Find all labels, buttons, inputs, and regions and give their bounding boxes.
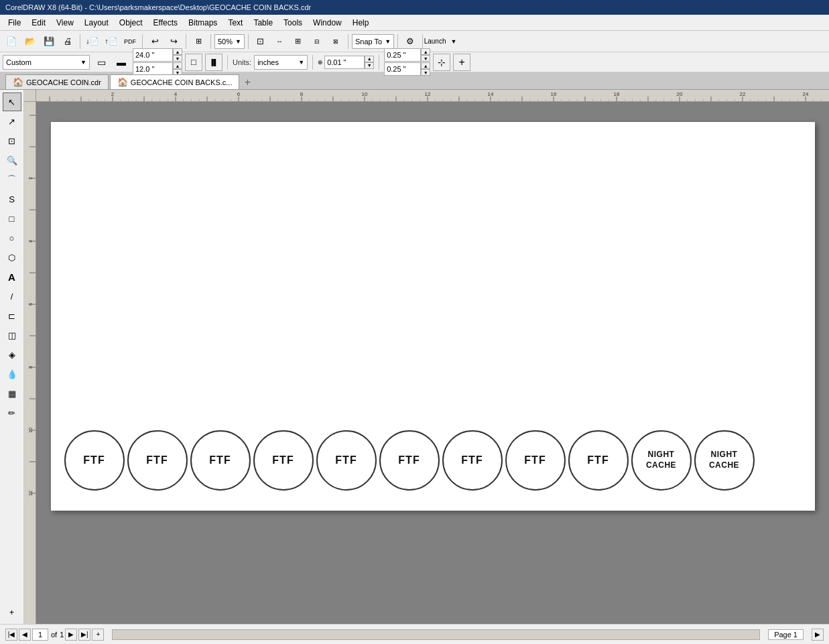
add-page-icon-button[interactable]: + bbox=[453, 54, 470, 71]
document-page[interactable]: FTFFTFFTFFTFFTFFTFFTFFTFFTFNIGHT CACHENI… bbox=[51, 122, 815, 511]
menu-file[interactable]: File bbox=[3, 17, 26, 29]
coin-4[interactable]: FTF bbox=[316, 430, 377, 491]
nudge-input-group: ▲ ▼ bbox=[324, 56, 374, 69]
freehand-pick-tool[interactable]: ↗ bbox=[3, 112, 21, 131]
nudge-input[interactable] bbox=[324, 56, 365, 69]
fill-tool[interactable]: ▦ bbox=[3, 384, 21, 403]
menu-help[interactable]: Help bbox=[347, 17, 375, 29]
dimension-tool[interactable]: / bbox=[3, 287, 21, 306]
smart-fill-tool[interactable]: ✏ bbox=[3, 403, 21, 422]
add-tab-button[interactable]: + bbox=[241, 76, 254, 89]
snap-y-input[interactable] bbox=[384, 62, 421, 76]
coin-3[interactable]: FTF bbox=[253, 430, 314, 491]
portrait-button[interactable]: ▭ bbox=[92, 54, 110, 71]
rectangle-tool[interactable]: □ bbox=[3, 209, 21, 228]
tab-geocache-coin-backs[interactable]: 🏠 GEOCACHE COIN BACKS.c... bbox=[110, 74, 240, 89]
menu-layout[interactable]: Layout bbox=[79, 17, 114, 29]
select-tool[interactable]: ↖ bbox=[3, 92, 21, 111]
snap-dropdown[interactable]: Snap To ▼ bbox=[352, 34, 394, 49]
add-page-status-button[interactable]: + bbox=[92, 629, 104, 641]
menu-table[interactable]: Table bbox=[248, 17, 278, 29]
view-guidelines-button[interactable]: ⊠ bbox=[327, 33, 344, 50]
zoom-tool[interactable]: 🔍 bbox=[3, 151, 21, 170]
new-button[interactable]: 📄 bbox=[3, 33, 20, 50]
horizontal-scrollbar[interactable] bbox=[112, 629, 760, 640]
select-all-button[interactable]: ⊹ bbox=[433, 54, 450, 71]
coin-6[interactable]: FTF bbox=[442, 430, 503, 491]
eyedropper-tool[interactable]: 💧 bbox=[3, 365, 21, 383]
polygon-tool[interactable]: ⬡ bbox=[3, 248, 21, 267]
units-dropdown[interactable]: inches ▼ bbox=[254, 55, 308, 70]
curve-tool[interactable]: ⌒ bbox=[3, 170, 21, 189]
prev-page-button[interactable]: ◀ bbox=[19, 629, 31, 641]
shadow-tool[interactable]: ◫ bbox=[3, 326, 21, 344]
snap-x-input[interactable] bbox=[384, 48, 421, 62]
export-button[interactable]: ↑📄 bbox=[103, 33, 120, 50]
property-bar: Custom ▼ ▭ ▬ ▲ ▼ ▲ ▼ □ ▐▌ Units: inches … bbox=[0, 52, 829, 72]
next-page-button[interactable]: ▶ bbox=[65, 629, 77, 641]
height-up[interactable]: ▲ bbox=[173, 62, 182, 69]
nudge-up[interactable]: ▲ bbox=[365, 56, 374, 62]
coin-1[interactable]: FTF bbox=[127, 430, 188, 491]
snap-x-up[interactable]: ▲ bbox=[421, 48, 430, 55]
options-button[interactable]: ⚙ bbox=[401, 33, 419, 50]
crop-tool[interactable]: ⊡ bbox=[3, 131, 21, 150]
launch-button[interactable]: Launch bbox=[426, 33, 444, 50]
menu-window[interactable]: Window bbox=[308, 17, 347, 29]
menu-edit[interactable]: Edit bbox=[26, 17, 51, 29]
zoom-dropdown[interactable]: 50% ▼ bbox=[214, 34, 245, 49]
height-input[interactable] bbox=[133, 62, 173, 76]
last-page-button[interactable]: ▶| bbox=[78, 629, 90, 641]
coin-8[interactable]: FTF bbox=[568, 430, 629, 491]
width-up[interactable]: ▲ bbox=[173, 48, 182, 55]
undo-button[interactable]: ↩ bbox=[146, 33, 164, 50]
launch-dropdown[interactable]: ▼ bbox=[445, 33, 462, 50]
snap-y-down[interactable]: ▼ bbox=[421, 69, 430, 76]
save-button[interactable]: 💾 bbox=[40, 33, 58, 50]
transparency-tool[interactable]: ◈ bbox=[3, 345, 21, 364]
coin-7[interactable]: FTF bbox=[505, 430, 566, 491]
ellipse-tool[interactable]: ○ bbox=[3, 229, 21, 247]
coin-9[interactable]: NIGHT CACHE bbox=[631, 430, 692, 491]
redo-button[interactable]: ↪ bbox=[165, 33, 182, 50]
smart-draw-tool[interactable]: S bbox=[3, 190, 21, 208]
menu-tools[interactable]: Tools bbox=[278, 17, 308, 29]
tab-geocache-coin[interactable]: 🏠 GEOCACHE COIN.cdr bbox=[5, 74, 109, 89]
text-tool[interactable]: A bbox=[3, 267, 21, 286]
page-dimensions: ▲ ▼ ▲ ▼ bbox=[133, 48, 182, 76]
menu-view[interactable]: View bbox=[51, 17, 79, 29]
nudge-down[interactable]: ▼ bbox=[365, 62, 374, 69]
menu-text[interactable]: Text bbox=[222, 17, 248, 29]
print-button[interactable]: 🖨 bbox=[59, 33, 76, 50]
first-page-button[interactable]: |◀ bbox=[5, 629, 17, 641]
coin-5[interactable]: FTF bbox=[379, 430, 440, 491]
coin-10[interactable]: NIGHT CACHE bbox=[694, 430, 755, 491]
page-preset-dropdown[interactable]: Custom ▼ bbox=[3, 55, 90, 70]
zoom-fit-width-button[interactable]: ↔ bbox=[271, 33, 288, 50]
draw-rect-button[interactable]: □ bbox=[185, 54, 202, 71]
current-page-input[interactable] bbox=[32, 629, 48, 641]
toolbox: ↖ ↗ ⊡ 🔍 ⌒ S □ ○ ⬡ A / ⊏ ◫ ◈ 💧 ▦ ✏ + bbox=[0, 90, 24, 624]
width-down[interactable]: ▼ bbox=[173, 55, 182, 62]
export-pdf-button[interactable]: PDF bbox=[121, 33, 139, 50]
draw-bleed-button[interactable]: ▐▌ bbox=[205, 54, 222, 71]
zoom-fit-page-button[interactable]: ⊡ bbox=[252, 33, 269, 50]
coin-2[interactable]: FTF bbox=[190, 430, 251, 491]
add-page-tool[interactable]: + bbox=[3, 602, 21, 621]
menu-object[interactable]: Object bbox=[114, 17, 148, 29]
width-input[interactable] bbox=[133, 48, 173, 62]
import-button[interactable]: ↓📄 bbox=[84, 33, 101, 50]
scroll-right-button[interactable]: ▶ bbox=[812, 629, 824, 641]
menu-effects[interactable]: Effects bbox=[148, 17, 183, 29]
view-ruler-button[interactable]: ⊟ bbox=[308, 33, 326, 50]
connector-tool[interactable]: ⊏ bbox=[3, 306, 21, 325]
open-button[interactable]: 📂 bbox=[21, 33, 39, 50]
landscape-button[interactable]: ▬ bbox=[113, 54, 130, 71]
coin-0[interactable]: FTF bbox=[64, 430, 125, 491]
application-launcher-button[interactable]: ⊞ bbox=[190, 33, 207, 50]
menu-bitmaps[interactable]: Bitmaps bbox=[183, 17, 222, 29]
snap-x-down[interactable]: ▼ bbox=[421, 55, 430, 62]
snap-y-up[interactable]: ▲ bbox=[421, 62, 430, 69]
view-grid-button[interactable]: ⊞ bbox=[290, 33, 307, 50]
canvas-area[interactable]: 24681012141618202224 24681012 FTFFTFFTFF… bbox=[24, 90, 829, 624]
